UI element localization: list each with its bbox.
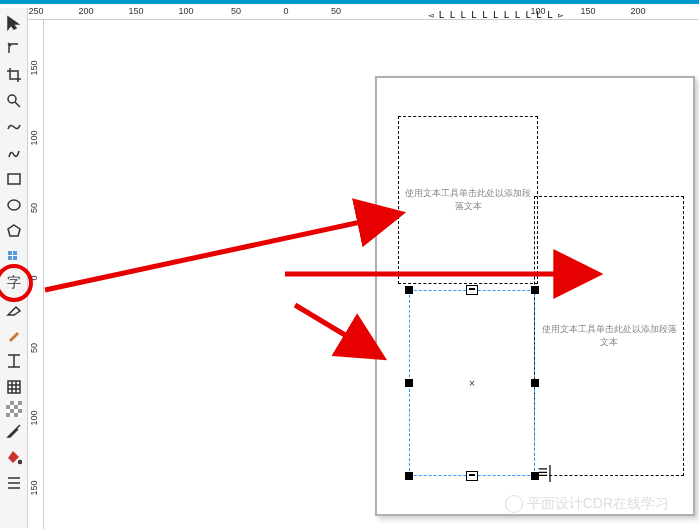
wechat-icon (505, 495, 523, 513)
horizontal-ruler[interactable]: 250 200 150 100 50 0 50 100 150 200 ◅ L … (28, 4, 698, 20)
connector-tool[interactable] (2, 375, 26, 399)
ellipse-tool[interactable] (2, 193, 26, 217)
graph-paper-tool[interactable] (2, 245, 26, 269)
handle-top-left[interactable] (405, 286, 413, 294)
eyedropper-tool[interactable] (2, 419, 26, 443)
freehand-tool[interactable] (2, 115, 26, 139)
text-tool[interactable]: 字 (2, 271, 26, 295)
smart-drawing-tool[interactable] (2, 141, 26, 165)
svg-rect-1 (8, 174, 20, 184)
rectangle-tool[interactable] (2, 167, 26, 191)
toolbox: 字 (0, 8, 28, 528)
text-insert-cursor: ≡| (538, 462, 552, 483)
svg-marker-3 (8, 225, 20, 236)
center-marker: × (469, 378, 475, 389)
placeholder-text: 使用文本工具单击此处以添加段落文本 (403, 187, 533, 213)
text-flow-in[interactable] (466, 285, 478, 295)
placeholder-text: 使用文本工具单击此处以添加段落文本 (539, 323, 679, 349)
text-frame-1[interactable]: 使用文本工具单击此处以添加段落文本 (398, 116, 538, 284)
svg-point-2 (8, 200, 20, 210)
crop-tool[interactable] (2, 63, 26, 87)
vertical-ruler[interactable]: 150 100 50 0 50 100 150 (28, 20, 44, 529)
svg-rect-4 (8, 251, 12, 255)
handle-top-right[interactable] (531, 286, 539, 294)
svg-rect-5 (13, 251, 17, 255)
zoom-tool[interactable] (2, 89, 26, 113)
text-flow-out[interactable] (466, 471, 478, 481)
eraser-tool[interactable] (2, 297, 26, 321)
watermark: 平面设计CDR在线学习 (505, 495, 669, 513)
fill-tool[interactable] (2, 445, 26, 469)
tab-markers: ◅ L L L L L L L L L L L ▻ (428, 10, 563, 20)
selection-frame[interactable]: × ≡| (409, 290, 535, 476)
handle-bottom-left[interactable] (405, 472, 413, 480)
smudge-tool[interactable] (2, 323, 26, 347)
shape-tool[interactable] (2, 37, 26, 61)
pick-tool[interactable] (2, 11, 26, 35)
handle-mid-right[interactable] (531, 379, 539, 387)
svg-rect-8 (8, 381, 20, 393)
svg-point-9 (18, 461, 21, 464)
transparency-tool[interactable] (6, 401, 22, 417)
svg-rect-7 (13, 256, 17, 260)
svg-rect-6 (8, 256, 12, 260)
polygon-tool[interactable] (2, 219, 26, 243)
dimension-tool[interactable] (2, 349, 26, 373)
text-frame-2[interactable]: 使用文本工具单击此处以添加段落文本 (534, 196, 684, 476)
canvas[interactable]: 使用文本工具单击此处以添加段落文本 使用文本工具单击此处以添加段落文本 × ≡| (44, 20, 699, 529)
svg-point-0 (8, 95, 16, 103)
handle-mid-left[interactable] (405, 379, 413, 387)
watermark-text: 平面设计CDR在线学习 (527, 495, 669, 513)
outline-tool[interactable] (2, 471, 26, 495)
